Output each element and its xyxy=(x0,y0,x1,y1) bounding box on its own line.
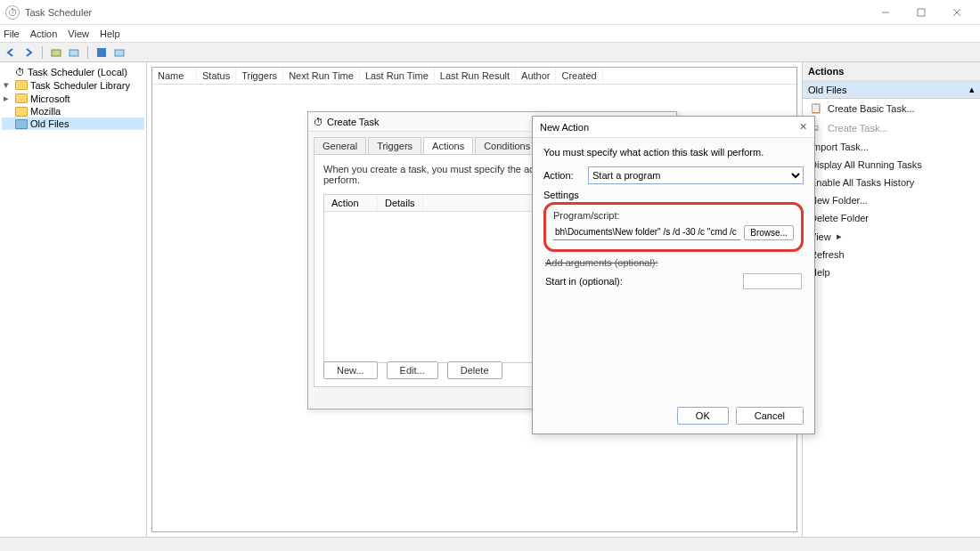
start-in-label: Start in (optional): xyxy=(545,276,623,287)
minimize-button[interactable] xyxy=(868,0,903,25)
action-display-running[interactable]: Display All Running Tasks xyxy=(803,156,980,174)
toolbar-icon-3[interactable] xyxy=(94,45,109,60)
tab-conditions[interactable]: Conditions xyxy=(475,137,539,154)
action-import[interactable]: Import Task... xyxy=(803,138,980,156)
action-create-task[interactable]: 🗂Create Task... xyxy=(803,118,980,138)
menu-view[interactable]: View xyxy=(68,28,89,39)
window-title: Task Scheduler xyxy=(25,7,92,18)
svg-rect-7 xyxy=(115,50,124,56)
chevron-right-icon: ▸ xyxy=(837,231,842,242)
status-bar xyxy=(0,537,980,551)
task-list-header: Name Status Triggers Next Run Time Last … xyxy=(152,68,796,85)
nav-tree: ⏱Task Scheduler (Local) ▾Task Scheduler … xyxy=(0,62,147,537)
maximize-button[interactable] xyxy=(903,0,939,25)
col-action[interactable]: Action xyxy=(324,195,378,211)
tab-actions[interactable]: Actions xyxy=(423,137,473,154)
toolbar-icon-4[interactable] xyxy=(112,45,127,60)
chevron-down-icon: ▾ xyxy=(4,79,12,91)
new-action-dialog: New Action ✕ You must specify what actio… xyxy=(532,116,815,434)
action-refresh[interactable]: Refresh xyxy=(803,246,980,263)
col-status[interactable]: Status xyxy=(197,68,236,84)
program-group-highlighted: Program/script: Browse... xyxy=(543,202,804,252)
program-label: Program/script: xyxy=(553,210,794,221)
tree-item-old-files[interactable]: Old Files xyxy=(2,117,144,130)
folder-icon xyxy=(15,80,28,90)
svg-rect-5 xyxy=(69,50,78,56)
tree-item-mozilla[interactable]: Mozilla xyxy=(2,105,144,117)
action-new-folder[interactable]: New Folder... xyxy=(803,191,980,209)
dialog-title-bar[interactable]: New Action ✕ xyxy=(533,117,814,138)
folder-icon xyxy=(15,119,28,129)
start-in-input[interactable] xyxy=(743,273,802,289)
menu-file[interactable]: File xyxy=(4,28,20,39)
delete-button[interactable]: Delete xyxy=(447,361,502,379)
chevron-right-icon: ▸ xyxy=(4,93,12,104)
col-next[interactable]: Next Run Time xyxy=(283,68,360,84)
program-input[interactable] xyxy=(553,224,740,240)
title-bar: ⏱ Task Scheduler xyxy=(0,0,980,25)
edit-button[interactable]: Edit... xyxy=(387,361,438,379)
svg-rect-1 xyxy=(918,9,925,16)
clock-icon: ⏱ xyxy=(15,67,25,77)
ok-button[interactable]: OK xyxy=(677,407,729,425)
close-icon[interactable]: ✕ xyxy=(799,121,807,133)
action-label: Action: xyxy=(543,170,588,181)
actions-header: Actions xyxy=(803,62,980,81)
col-author[interactable]: Author xyxy=(516,68,556,84)
app-icon: ⏱ xyxy=(5,5,20,20)
action-create-basic[interactable]: 📋Create Basic Task... xyxy=(803,99,980,118)
task-icon: 📋 xyxy=(810,102,822,115)
tree-item-microsoft[interactable]: ▸Microsoft xyxy=(2,92,144,105)
tree-library[interactable]: ▾Task Scheduler Library xyxy=(2,78,144,92)
svg-rect-4 xyxy=(52,50,61,56)
toolbar xyxy=(0,43,980,62)
back-button[interactable] xyxy=(4,45,18,60)
menu-bar: File Action View Help xyxy=(0,25,980,43)
task-icon: ⏱ xyxy=(314,117,323,127)
browse-button[interactable]: Browse... xyxy=(744,225,794,240)
col-name[interactable]: Name xyxy=(152,68,197,84)
col-last[interactable]: Last Run Time xyxy=(360,68,435,84)
collapse-icon[interactable]: ▴ xyxy=(969,84,975,95)
instruction-text: You must specify what action this task w… xyxy=(543,147,804,158)
cancel-button[interactable]: Cancel xyxy=(736,407,804,425)
action-view[interactable]: View▸ xyxy=(803,227,980,246)
col-triggers[interactable]: Triggers xyxy=(236,68,283,84)
new-button[interactable]: New... xyxy=(323,361,378,379)
menu-help[interactable]: Help xyxy=(100,28,120,39)
action-enable-history[interactable]: Enable All Tasks History xyxy=(803,174,980,191)
action-help[interactable]: Help xyxy=(803,263,980,281)
settings-label: Settings xyxy=(543,190,804,200)
forward-button[interactable] xyxy=(21,45,36,60)
svg-rect-6 xyxy=(97,48,106,57)
toolbar-icon-2[interactable] xyxy=(67,45,81,60)
col-details[interactable]: Details xyxy=(378,195,423,211)
actions-pane: Actions Old Files▴ 📋Create Basic Task...… xyxy=(802,62,980,537)
actions-context: Old Files▴ xyxy=(803,81,980,99)
add-arguments-label: Add arguments (optional): xyxy=(545,257,658,268)
tab-general[interactable]: General xyxy=(314,137,366,154)
toolbar-icon-1[interactable] xyxy=(49,45,63,60)
tab-triggers[interactable]: Triggers xyxy=(368,137,421,154)
tree-root[interactable]: ⏱Task Scheduler (Local) xyxy=(2,66,144,78)
col-created[interactable]: Created xyxy=(556,68,602,84)
action-select[interactable]: Start a program xyxy=(588,166,804,184)
close-button[interactable] xyxy=(939,0,975,25)
col-result[interactable]: Last Run Result xyxy=(435,68,516,84)
action-delete-folder[interactable]: Delete Folder xyxy=(803,209,980,227)
folder-icon xyxy=(15,107,28,117)
folder-icon xyxy=(15,93,28,103)
menu-action[interactable]: Action xyxy=(30,28,58,39)
